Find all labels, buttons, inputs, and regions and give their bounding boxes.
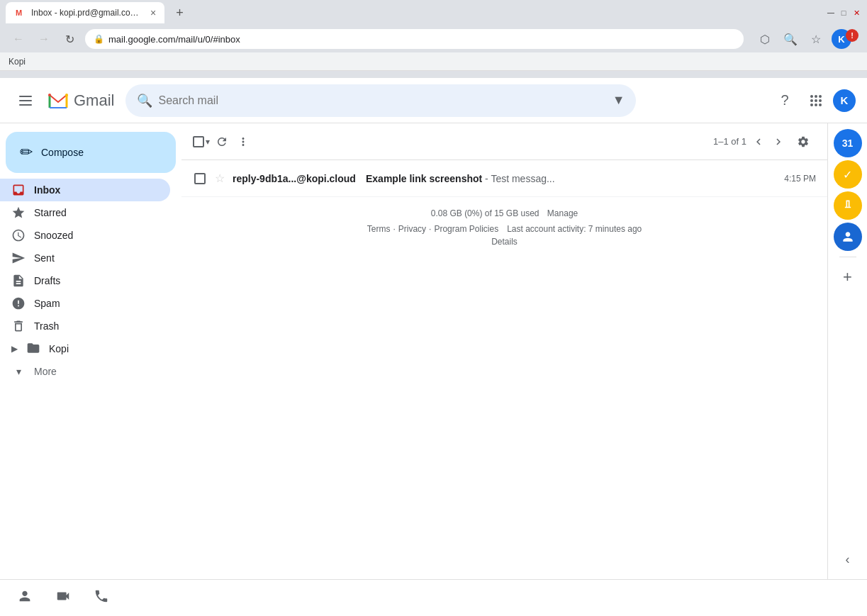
sidebar-item-drafts[interactable]: Drafts [0, 269, 170, 292]
svg-rect-2 [19, 96, 32, 97]
sidebar-item-trash[interactable]: Trash [0, 315, 170, 337]
new-tab-button[interactable]: + [173, 3, 186, 23]
spam-icon [11, 296, 26, 310]
svg-point-8 [815, 95, 817, 98]
right-sidebar-collapse[interactable]: ‹ [834, 545, 862, 573]
svg-point-12 [819, 99, 822, 102]
more-label: More [34, 366, 57, 377]
search-icon: 🔍 [137, 93, 152, 108]
sidebar-item-kopi[interactable]: ▶ Kopi [0, 337, 170, 360]
sidebar-item-starred[interactable]: Starred [0, 201, 170, 224]
svg-point-14 [815, 103, 817, 106]
search-dropdown-icon[interactable]: ▼ [613, 93, 625, 108]
email-toolbar: ▾ 1–1 of 1 [181, 123, 827, 160]
gmail-body: ✏ Compose Inbox Starred [0, 123, 867, 579]
storage-info: 0.08 GB (0%) of 15 GB used Manage [193, 208, 816, 218]
forward-button[interactable]: → [34, 29, 54, 49]
user-avatar[interactable]: K [833, 89, 856, 112]
spam-label: Spam [34, 298, 159, 309]
search-bar[interactable]: 🔍 ▼ [125, 84, 636, 117]
chat-bar [0, 579, 867, 616]
zoom-icon[interactable]: 🔍 [781, 29, 800, 49]
bookmark-kopi[interactable]: Kopi [9, 57, 26, 67]
tab-close-button[interactable]: × [150, 7, 156, 18]
minimize-button[interactable]: ─ [826, 8, 836, 18]
kopi-expand-icon: ▶ [11, 344, 18, 354]
page-range: 1–1 of 1 [713, 136, 746, 147]
contacts-chat-icon[interactable] [17, 588, 33, 607]
window-controls: ─ □ ✕ [826, 8, 861, 18]
hamburger-menu-icon[interactable] [11, 86, 40, 115]
search-input[interactable] [158, 94, 606, 107]
bookmark-star-icon[interactable]: ☆ [806, 29, 826, 49]
tab-favicon: M [14, 7, 26, 18]
sidebar-more-button[interactable]: ▾ More [0, 360, 181, 383]
contacts-icon[interactable] [834, 223, 862, 251]
url-bar[interactable]: 🔒 mail.google.com/mail/u/0/#inbox [85, 29, 744, 49]
settings-button[interactable] [790, 129, 816, 155]
svg-point-9 [819, 95, 822, 98]
help-icon[interactable]: ? [771, 86, 799, 115]
refresh-button[interactable] [213, 129, 231, 155]
gmail-app: Gmail 🔍 ▼ ? K ✏ Compose [0, 78, 867, 616]
sidebar-item-sent[interactable]: Sent [0, 247, 170, 269]
compose-plus-icon: ✏ [20, 143, 33, 162]
browser-tab[interactable]: M Inbox - kopi.prd@gmail.com - G × [6, 2, 164, 23]
select-dropdown-icon[interactable]: ▾ [206, 137, 210, 147]
email-star-button[interactable]: ☆ [213, 172, 227, 185]
cast-icon[interactable]: ⬡ [755, 29, 775, 49]
sent-label: Sent [34, 252, 159, 264]
svg-rect-6 [65, 94, 68, 96]
storage-text: 0.08 GB (0%) of 15 GB used [431, 208, 539, 218]
maximize-button[interactable]: □ [839, 8, 849, 18]
sidebar-item-snoozed[interactable]: Snoozed [0, 224, 170, 247]
tasks-icon[interactable]: ✓ [834, 160, 862, 189]
gmail-logo-text: Gmail [74, 91, 114, 110]
sidebar-item-inbox[interactable]: Inbox [0, 179, 170, 201]
details-link[interactable]: Details [491, 237, 518, 247]
compose-label: Compose [41, 147, 84, 158]
manage-link[interactable]: Manage [547, 208, 578, 218]
google-calendar-icon[interactable]: 31 [834, 129, 862, 157]
select-all-checkbox[interactable] [193, 136, 204, 147]
lock-icon: 🔒 [94, 34, 104, 44]
inbox-icon [11, 183, 26, 197]
close-button[interactable]: ✕ [851, 8, 861, 18]
right-sidebar: 31 ✓ + ‹ [827, 123, 867, 579]
gmail-logo: Gmail [45, 88, 114, 113]
more-chevron-icon: ▾ [11, 364, 26, 379]
select-all-area[interactable]: ▾ [193, 136, 210, 147]
terms-link[interactable]: Terms [367, 224, 391, 234]
kopi-folder-icon [26, 341, 40, 357]
kopi-label: Kopi [49, 343, 69, 354]
drafts-label: Drafts [34, 275, 159, 286]
email-footer: 0.08 GB (0%) of 15 GB used Manage Terms … [181, 197, 827, 258]
snoozed-label: Snoozed [34, 230, 159, 241]
more-options-button[interactable] [234, 129, 252, 155]
keep-icon[interactable] [834, 191, 862, 220]
privacy-link[interactable]: Privacy [398, 224, 426, 234]
compose-button[interactable]: ✏ Compose [6, 132, 176, 173]
phone-icon[interactable] [94, 588, 109, 607]
starred-icon [11, 206, 26, 220]
email-checkbox[interactable] [193, 173, 207, 184]
program-policies-link[interactable]: Program Policies [434, 224, 498, 234]
svg-text:M: M [16, 9, 22, 17]
apps-icon[interactable] [802, 86, 830, 115]
row-checkbox[interactable] [194, 173, 206, 184]
reload-button[interactable]: ↻ [60, 29, 79, 49]
svg-point-13 [810, 103, 813, 106]
activity-text: Last account activity: 7 minutes ago [501, 224, 642, 234]
add-sidebar-app-button[interactable]: + [834, 263, 862, 291]
starred-label: Starred [34, 207, 159, 218]
email-subject: Example link screenshot - Test messag... [366, 173, 754, 184]
next-page-button[interactable] [769, 129, 788, 155]
svg-rect-4 [19, 104, 32, 106]
svg-point-10 [810, 99, 813, 102]
back-button[interactable]: ← [9, 29, 28, 49]
email-row[interactable]: ☆ reply-9db1a...@kopi.cloud Example link… [181, 160, 827, 197]
details-area: Details [193, 237, 816, 247]
prev-page-button[interactable] [749, 129, 768, 155]
sidebar-item-spam[interactable]: Spam [0, 292, 170, 315]
meet-icon[interactable] [55, 588, 71, 607]
